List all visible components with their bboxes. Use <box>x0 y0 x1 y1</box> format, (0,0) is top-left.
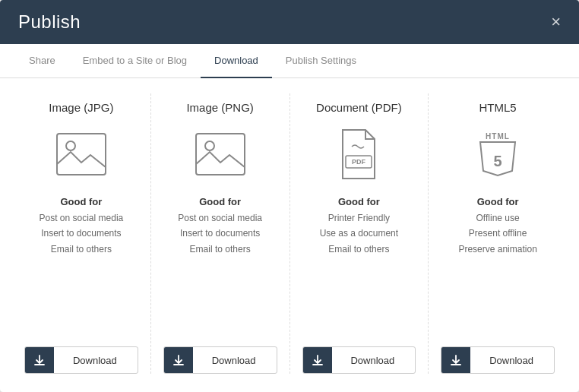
tab-embed[interactable]: Embed to a Site or Blog <box>69 44 201 78</box>
svg-rect-0 <box>57 134 106 175</box>
card-png: Image (PNG) Good for Post on social medi… <box>151 93 290 374</box>
close-button[interactable]: × <box>551 14 561 30</box>
html5-good-for-label: Good for <box>477 196 519 207</box>
pdf-download-icon <box>303 347 332 373</box>
jpg-good-for-item-2: Insert to documents <box>41 226 121 241</box>
png-good-for-item-2: Insert to documents <box>180 226 260 241</box>
modal-title: Publish <box>18 11 81 33</box>
png-good-for-item-3: Email to others <box>190 242 251 257</box>
png-download-label: Download <box>199 355 277 366</box>
publish-modal: Publish × Share Embed to a Site or Blog … <box>0 0 579 392</box>
png-good-for-label: Good for <box>199 196 241 207</box>
download-arrow-icon <box>34 355 45 365</box>
html5-download-icon <box>441 347 470 373</box>
svg-text:5: 5 <box>494 153 502 169</box>
html5-icon: HTML 5 <box>476 128 520 180</box>
pdf-good-for: Good for Printer Friendly Use as a docum… <box>320 196 398 333</box>
pdf-download-button[interactable]: Download <box>302 346 416 374</box>
pdf-good-for-item-1: Printer Friendly <box>328 210 390 226</box>
png-good-for: Good for Post on social media Insert to … <box>178 196 262 333</box>
svg-text:HTML: HTML <box>486 132 510 141</box>
tab-publish-settings[interactable]: Publish Settings <box>272 44 370 78</box>
tab-share[interactable]: Share <box>15 44 69 78</box>
jpg-icon <box>55 132 107 176</box>
download-arrow-icon <box>173 355 184 365</box>
jpg-good-for-label: Good for <box>60 196 102 207</box>
card-jpg: Image (JPG) Good for Post on social medi… <box>12 93 151 374</box>
jpg-download-icon <box>25 347 54 373</box>
card-pdf-title: Document (PDF) <box>316 101 402 114</box>
tab-download[interactable]: Download <box>201 44 272 78</box>
svg-point-1 <box>66 141 75 150</box>
jpg-good-for-item-3: Email to others <box>51 242 112 257</box>
html5-download-label: Download <box>476 355 554 366</box>
svg-text:PDF: PDF <box>352 158 366 166</box>
download-content: Image (JPG) Good for Post on social medi… <box>0 78 579 392</box>
pdf-icon: PDF <box>337 128 381 180</box>
svg-point-3 <box>205 141 214 150</box>
pdf-good-for-label: Good for <box>338 196 380 207</box>
card-png-title: Image (PNG) <box>186 101 253 114</box>
pdf-icon-area: PDF <box>328 128 389 181</box>
jpg-download-button[interactable]: Download <box>24 346 138 374</box>
modal-header: Publish × <box>0 0 579 44</box>
card-jpg-title: Image (JPG) <box>49 101 113 114</box>
tab-bar: Share Embed to a Site or Blog Download P… <box>0 44 579 78</box>
card-html5: HTML5 HTML 5 Good for Offline use Presen… <box>429 93 567 374</box>
card-pdf: Document (PDF) PDF Good for Printer Frie… <box>290 93 429 374</box>
html5-good-for-item-3: Preserve animation <box>458 242 536 257</box>
html5-download-button[interactable]: Download <box>441 346 555 374</box>
png-download-icon <box>164 347 193 373</box>
pdf-download-label: Download <box>338 355 416 366</box>
html5-good-for: Good for Offline use Present offline Pre… <box>458 196 536 333</box>
jpg-download-label: Download <box>60 355 138 366</box>
jpg-good-for-item-1: Post on social media <box>40 210 124 226</box>
html5-good-for-item-2: Present offline <box>469 226 527 241</box>
jpg-icon-area <box>51 128 112 181</box>
pdf-good-for-item-2: Use as a document <box>320 226 398 241</box>
jpg-good-for: Good for Post on social media Insert to … <box>40 196 124 333</box>
png-download-button[interactable]: Download <box>163 346 277 374</box>
html5-good-for-item-1: Offline use <box>476 210 520 226</box>
html5-icon-area: HTML 5 <box>467 128 528 181</box>
png-icon <box>195 132 246 176</box>
download-arrow-icon <box>451 355 461 365</box>
download-arrow-icon <box>312 355 323 365</box>
pdf-good-for-item-3: Email to others <box>328 242 389 257</box>
png-icon-area <box>190 128 251 181</box>
svg-rect-2 <box>196 134 245 175</box>
png-good-for-item-1: Post on social media <box>178 210 262 226</box>
card-html5-title: HTML5 <box>479 101 517 114</box>
